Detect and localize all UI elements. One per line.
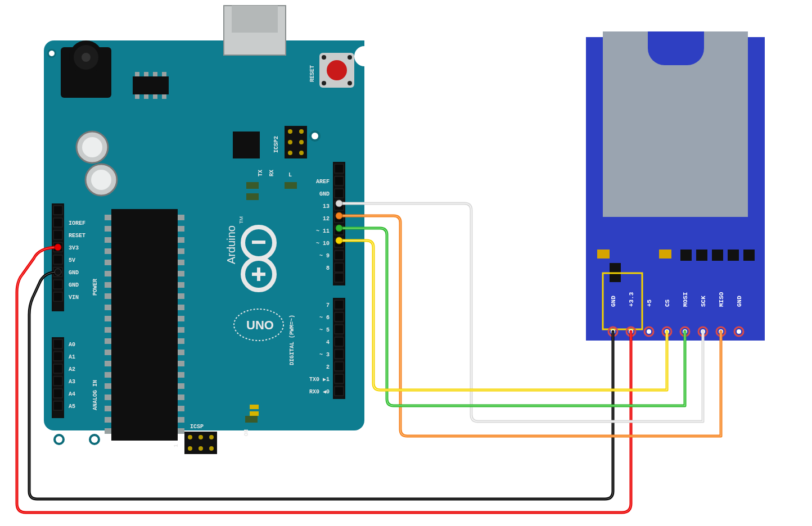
- arduino-tm-text: TM: [238, 216, 244, 224]
- svg-point-5: [91, 436, 98, 443]
- svg-rect-81: [178, 406, 184, 411]
- svg-rect-83: [178, 428, 184, 434]
- svg-rect-57: [105, 361, 111, 366]
- svg-point-163: [737, 329, 741, 334]
- svg-rect-126: [335, 251, 344, 260]
- sd-pin-mosi-label: MOSI: [682, 292, 689, 307]
- svg-rect-84: [233, 132, 260, 158]
- pin-d5-label: ~ 5: [319, 327, 330, 333]
- svg-point-35: [299, 151, 304, 155]
- sd-pin-gnd-label: GND: [610, 296, 617, 307]
- arduino-uno-board: RESET ICSP2 TX RX L Arduino TM: [44, 6, 364, 454]
- pin-a5-label: A5: [69, 403, 75, 410]
- svg-rect-9: [232, 6, 278, 33]
- pin-d10-label: ~ 10: [316, 241, 330, 247]
- svg-rect-130: [335, 300, 344, 309]
- pin-gnd2-label: GND: [69, 282, 79, 288]
- svg-rect-19: [135, 94, 139, 99]
- svg-rect-104: [53, 218, 62, 227]
- pin-aref-label: AREF: [316, 179, 330, 185]
- svg-rect-146: [743, 250, 755, 261]
- svg-rect-22: [162, 94, 166, 99]
- power-section-label: POWER: [92, 279, 98, 296]
- svg-point-39: [91, 170, 111, 190]
- svg-point-28: [348, 81, 352, 85]
- svg-rect-61: [105, 406, 111, 411]
- arduino-brand-text: Arduino: [225, 225, 237, 264]
- uno-model-text: UNO: [246, 318, 274, 332]
- svg-point-96: [199, 446, 203, 451]
- sd-card-module: GND +3.3 +5 CS MOSI SCK MISO GND: [586, 31, 765, 341]
- svg-rect-14: [133, 76, 169, 94]
- sd-pin-miso-label: MISO: [718, 292, 725, 307]
- svg-rect-67: [178, 248, 184, 254]
- svg-text:1: 1: [173, 444, 179, 447]
- pin-tx1-label: TX0 ▶1: [309, 377, 330, 383]
- pin-5v-label: 5V: [69, 257, 75, 264]
- pin-vin-label: VIN: [69, 294, 79, 301]
- sd-pin-cs-label: CS: [664, 299, 671, 307]
- svg-rect-54: [105, 327, 111, 333]
- pin-d9-label: ~ 9: [319, 253, 330, 259]
- svg-point-93: [199, 435, 203, 439]
- rx-label: RX: [269, 170, 275, 176]
- svg-rect-48: [105, 260, 111, 265]
- svg-rect-74: [178, 327, 184, 333]
- svg-rect-76: [178, 350, 184, 355]
- svg-rect-68: [178, 260, 184, 265]
- svg-rect-79: [178, 383, 184, 389]
- pin-reset-label: RESET: [69, 233, 85, 239]
- svg-rect-121: [335, 189, 344, 198]
- pin-d12-label: 12: [323, 216, 330, 222]
- svg-rect-73: [178, 316, 184, 321]
- pin-a4-label: A4: [69, 391, 75, 397]
- pin-d8-label: 8: [326, 265, 330, 271]
- svg-rect-63: [105, 428, 111, 434]
- svg-rect-77: [178, 361, 184, 366]
- svg-rect-87: [252, 241, 265, 244]
- svg-rect-78: [178, 372, 184, 378]
- svg-rect-46: [105, 237, 111, 243]
- svg-rect-136: [335, 374, 344, 383]
- svg-rect-140: [659, 250, 671, 259]
- svg-rect-71: [178, 293, 184, 299]
- svg-point-13: [82, 53, 91, 62]
- svg-rect-47: [105, 248, 111, 254]
- svg-rect-18: [162, 72, 166, 76]
- svg-rect-113: [53, 352, 62, 361]
- sd-pin-gnd2-label: GND: [736, 296, 743, 307]
- sd-pin-sck-label: SCK: [700, 296, 707, 307]
- pin-3v3-label: 3V3: [69, 245, 79, 251]
- svg-rect-58: [105, 372, 111, 378]
- svg-point-94: [209, 435, 214, 439]
- svg-point-168: [55, 244, 61, 251]
- svg-rect-45: [105, 226, 111, 232]
- svg-rect-69: [178, 271, 184, 276]
- svg-rect-145: [728, 250, 739, 261]
- svg-rect-75: [178, 338, 184, 344]
- svg-rect-89: [257, 267, 260, 281]
- svg-point-32: [288, 140, 292, 144]
- svg-rect-52: [105, 305, 111, 310]
- svg-point-27: [322, 81, 326, 85]
- svg-point-25: [322, 55, 326, 60]
- svg-rect-99: [245, 416, 258, 423]
- svg-rect-53: [105, 316, 111, 321]
- pin-a1-label: A1: [69, 354, 75, 360]
- svg-rect-51: [105, 293, 111, 299]
- svg-point-24: [327, 60, 347, 80]
- svg-point-169: [55, 269, 61, 275]
- digital-section-label: DIGITAL (PWM=~): [289, 315, 295, 365]
- svg-rect-44: [105, 215, 111, 220]
- pin-a0-label: A0: [69, 342, 75, 348]
- svg-rect-116: [53, 389, 62, 398]
- svg-rect-21: [153, 94, 157, 99]
- svg-rect-132: [335, 325, 344, 334]
- svg-rect-120: [335, 176, 344, 185]
- on-label: ON: [243, 429, 250, 436]
- svg-rect-16: [144, 72, 148, 76]
- sd-pin-3v3-label: +3.3: [628, 292, 635, 307]
- svg-rect-65: [178, 226, 184, 232]
- svg-rect-15: [135, 72, 139, 76]
- svg-rect-41: [246, 193, 259, 200]
